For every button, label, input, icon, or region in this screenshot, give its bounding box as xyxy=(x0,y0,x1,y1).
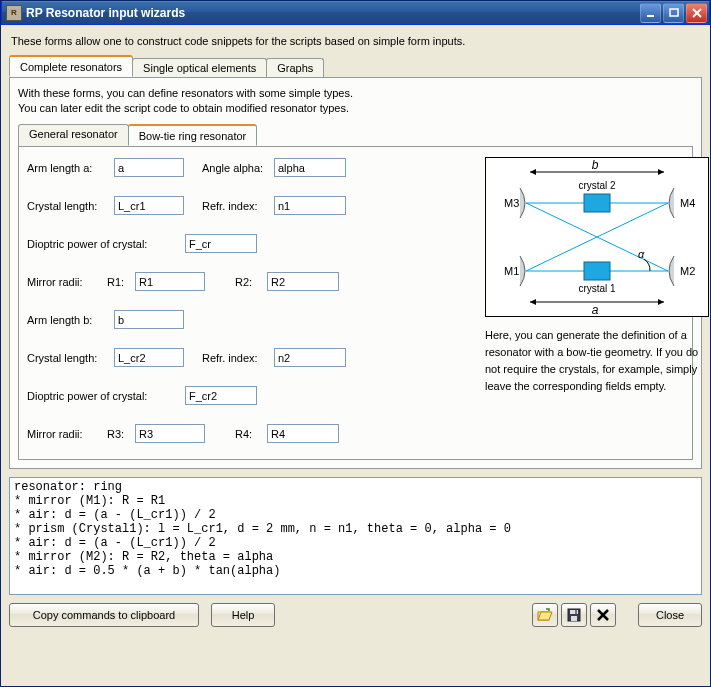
crystal-length1-input[interactable] xyxy=(114,196,184,215)
tab-graphs[interactable]: Graphs xyxy=(266,58,324,77)
inner-tabset: General resonator Bow-tie ring resonator xyxy=(18,124,693,147)
close-icon xyxy=(692,8,702,18)
bowtie-diagram-svg: b a M3 M4 xyxy=(486,158,708,316)
tab-label: Bow-tie ring resonator xyxy=(139,130,247,142)
minimize-button[interactable] xyxy=(640,3,661,23)
svg-rect-20 xyxy=(584,194,610,212)
help-button-label: Help xyxy=(232,609,255,621)
refr-index1-label: Refr. index: xyxy=(202,200,274,212)
delete-x-icon xyxy=(596,608,610,622)
r1-input[interactable] xyxy=(135,272,205,291)
svg-text:M1: M1 xyxy=(504,265,519,277)
svg-rect-21 xyxy=(584,262,610,280)
dioptric1-input[interactable] xyxy=(185,234,257,253)
top-tab-panel: With these forms, you can define resonat… xyxy=(9,77,702,469)
help-button[interactable]: Help xyxy=(211,603,275,627)
svg-marker-6 xyxy=(658,169,664,175)
r2-input[interactable] xyxy=(267,272,339,291)
tab-label: Graphs xyxy=(277,62,313,74)
arm-a-label: Arm length a: xyxy=(27,162,114,174)
r3-input[interactable] xyxy=(135,424,205,443)
crystal-length2-label: Crystal length: xyxy=(27,352,114,364)
inner-tab-panel: Arm length a: Angle alpha: Crystal lengt… xyxy=(18,146,693,460)
open-folder-icon xyxy=(537,608,553,622)
explanation-text: With these forms, you can define resonat… xyxy=(18,86,693,116)
close-button-label: Close xyxy=(656,609,684,621)
arm-b-label: Arm length b: xyxy=(27,314,114,326)
refr-index1-input[interactable] xyxy=(274,196,346,215)
refr-index2-input[interactable] xyxy=(274,348,346,367)
titlebar[interactable]: R RP Resonator input wizards xyxy=(1,1,710,25)
client-area: These forms allow one to construct code … xyxy=(1,25,710,686)
tab-complete-resonators[interactable]: Complete resonators xyxy=(9,55,133,77)
arm-b-input[interactable] xyxy=(114,310,184,329)
minimize-icon xyxy=(646,8,656,18)
mirror-radii-label: Mirror radii: xyxy=(27,276,99,288)
save-floppy-icon xyxy=(567,608,581,622)
svg-text:crystal 2: crystal 2 xyxy=(578,180,616,191)
row-dioptric1: Dioptric power of crystal: xyxy=(27,233,467,255)
r1-label: R1: xyxy=(107,276,135,288)
angle-alpha-label: Angle alpha: xyxy=(202,162,274,174)
save-file-button[interactable] xyxy=(561,603,587,627)
copy-button[interactable]: Copy commands to clipboard xyxy=(9,603,199,627)
svg-text:M4: M4 xyxy=(680,197,695,209)
tab-general-resonator[interactable]: General resonator xyxy=(18,124,129,146)
svg-text:b: b xyxy=(592,158,599,172)
dioptric2-input[interactable] xyxy=(185,386,257,405)
tab-label: Single optical elements xyxy=(143,62,256,74)
svg-marker-9 xyxy=(530,299,536,305)
r4-label: R4: xyxy=(235,428,267,440)
svg-text:a: a xyxy=(592,303,599,316)
svg-rect-1 xyxy=(670,9,678,16)
r3-label: R3: xyxy=(107,428,135,440)
crystal-length2-input[interactable] xyxy=(114,348,184,367)
crystal-length1-label: Crystal length: xyxy=(27,200,114,212)
svg-marker-26 xyxy=(538,612,552,620)
row-mirror-radii-1: Mirror radii: R1: R2: xyxy=(27,271,467,293)
r4-input[interactable] xyxy=(267,424,339,443)
refr-index2-label: Refr. index: xyxy=(202,352,274,364)
svg-text:M2: M2 xyxy=(680,265,695,277)
row-crystal-length-1: Crystal length: Refr. index: xyxy=(27,195,467,217)
close-dialog-button[interactable]: Close xyxy=(638,603,702,627)
svg-rect-0 xyxy=(647,15,654,17)
header-text: These forms allow one to construct code … xyxy=(11,35,700,47)
row-dioptric2: Dioptric power of crystal: xyxy=(27,385,467,407)
tab-label: Complete resonators xyxy=(20,61,122,73)
svg-text:crystal 1: crystal 1 xyxy=(578,283,616,294)
row-mirror-radii-2: Mirror radii: R3: R4: xyxy=(27,423,467,445)
explain-line1: With these forms, you can define resonat… xyxy=(18,86,693,101)
close-button[interactable] xyxy=(686,3,707,23)
top-tabset: Complete resonators Single optical eleme… xyxy=(9,55,702,78)
angle-alpha-input[interactable] xyxy=(274,158,346,177)
mirror-radii-label2: Mirror radii: xyxy=(27,428,99,440)
window-buttons xyxy=(640,3,707,23)
r2-label: R2: xyxy=(235,276,267,288)
delete-button[interactable] xyxy=(590,603,616,627)
tab-single-optical-elements[interactable]: Single optical elements xyxy=(132,58,267,77)
explain-line2: You can later edit the script code to ob… xyxy=(18,101,693,116)
svg-text:α: α xyxy=(638,248,645,260)
svg-marker-10 xyxy=(658,299,664,305)
svg-marker-5 xyxy=(530,169,536,175)
window-title: RP Resonator input wizards xyxy=(26,6,640,20)
maximize-button[interactable] xyxy=(663,3,684,23)
copy-button-label: Copy commands to clipboard xyxy=(33,609,175,621)
row-arm-a: Arm length a: Angle alpha: xyxy=(27,157,467,179)
tab-bowtie-ring-resonator[interactable]: Bow-tie ring resonator xyxy=(128,124,258,146)
arm-a-input[interactable] xyxy=(114,158,184,177)
bowtie-diagram: b a M3 M4 xyxy=(485,157,709,317)
diagram-description: Here, you can generate the definition of… xyxy=(485,327,709,395)
tab-label: General resonator xyxy=(29,128,118,140)
svg-text:M3: M3 xyxy=(504,197,519,209)
row-crystal-length-2: Crystal length: Refr. index: xyxy=(27,347,467,369)
dioptric2-label: Dioptric power of crystal: xyxy=(27,390,185,402)
open-file-button[interactable] xyxy=(532,603,558,627)
button-row: Copy commands to clipboard Help xyxy=(9,595,702,627)
app-icon: R xyxy=(6,5,22,21)
dioptric1-label: Dioptric power of crystal: xyxy=(27,238,185,250)
app-window: R RP Resonator input wizards These forms… xyxy=(0,0,711,687)
code-output[interactable] xyxy=(9,477,702,595)
form-column: Arm length a: Angle alpha: Crystal lengt… xyxy=(27,157,467,451)
